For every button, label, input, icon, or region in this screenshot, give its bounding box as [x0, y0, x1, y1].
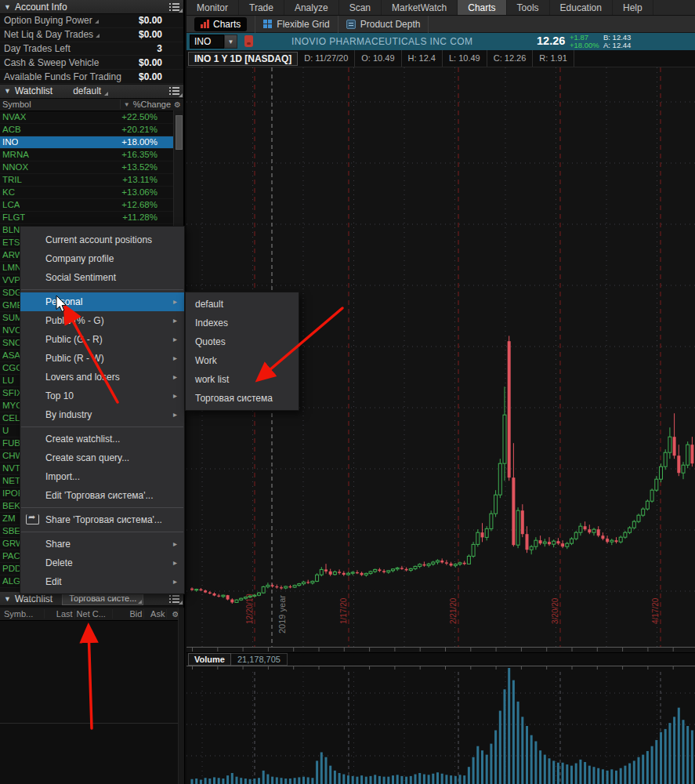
watchlist-bottom-columns[interactable]: Symb...LastNet C...BidAsk⚙	[0, 608, 183, 621]
volume-header: Volume 21,178,705	[186, 652, 695, 666]
menu-item-create-watchlist-[interactable]: Create watchlist...	[20, 430, 184, 448]
watchlist-row[interactable]: INO+18.00%	[0, 136, 183, 149]
watchlist-symbol: FLGT	[2, 212, 25, 222]
menu-tab-scan[interactable]: Scan	[339, 0, 382, 15]
column-bid[interactable]: Bid	[113, 609, 145, 619]
toolbar-tab-charts[interactable]: Charts	[186, 16, 255, 33]
svg-text:2/21/20: 2/21/20	[449, 597, 458, 624]
menu-tab-education[interactable]: Education	[550, 0, 613, 15]
toolbar-tab-product-depth[interactable]: Product Depth	[338, 16, 429, 33]
account-info-header[interactable]: ▼ Account Info	[0, 0, 183, 14]
watchlist-symbol: LU	[2, 376, 14, 385]
watchlist-change: +11.28%	[122, 212, 157, 222]
account-info-title: Account Info	[15, 2, 67, 13]
submenu-item-work-list[interactable]: work list	[186, 370, 299, 389]
column-ask[interactable]: Ask	[144, 609, 167, 619]
menu-separator	[21, 289, 183, 290]
menu-item-company-profile[interactable]: Company profile	[20, 249, 184, 268]
watchlist-symbol: U	[2, 426, 9, 435]
watchlist-symbol: ZM	[2, 514, 16, 523]
menu-item-edit[interactable]: Edit▸	[20, 572, 184, 591]
symbol-alert-icon[interactable]	[244, 35, 253, 47]
watchlist-bottom-scrollbar[interactable]	[178, 608, 184, 784]
menu-item-delete[interactable]: Delete▸	[20, 554, 184, 572]
account-row[interactable]: Day Trades Left3	[0, 42, 183, 56]
symbol-dropdown-button[interactable]: ▼	[224, 34, 237, 49]
menu-tab-marketwatch[interactable]: MarketWatch	[382, 0, 458, 15]
column-last[interactable]: Last	[45, 609, 75, 619]
account-row-value: $0.00	[139, 15, 162, 26]
menu-item-edit-торговая-система-[interactable]: Edit 'Торговая система'...	[20, 486, 184, 505]
menu-item-personal[interactable]: Personal▸	[20, 292, 184, 311]
account-row-label: Day Trades Left	[4, 43, 71, 54]
volume-chart[interactable]	[186, 666, 695, 784]
symbol-input[interactable]: INO	[190, 34, 224, 49]
scrollbar-thumb[interactable]	[176, 115, 183, 150]
watchlist-row[interactable]: ACB+20.21%	[0, 124, 183, 136]
column-pct-change[interactable]: %Change	[133, 100, 171, 109]
menu-item-lovers-and-losers[interactable]: Lovers and losers▸	[20, 368, 184, 387]
sort-down-icon[interactable]: ▼	[124, 101, 130, 108]
volume-chart-area[interactable]	[186, 666, 695, 784]
menu-item-create-scan-query-[interactable]: Create scan query...	[20, 448, 184, 467]
watchlist-row[interactable]: FLGT+11.28%	[0, 212, 183, 224]
ohlc-field: D: 11/27/20	[298, 50, 355, 67]
ohlc-field: O: 10.49	[355, 50, 401, 67]
menu-item-current-account-positions[interactable]: Current account positions	[20, 230, 184, 249]
volume-label[interactable]: Volume	[188, 653, 231, 666]
menu-item-share-торговая-система-[interactable]: Share 'Торговая система'...	[20, 510, 184, 529]
submenu-arrow-icon: ▸	[173, 387, 177, 405]
watchlist-bottom-title: Watchlist	[15, 593, 52, 604]
submenu-item-торговая-система[interactable]: Торговая система	[186, 389, 299, 408]
menu-item-share[interactable]: Share▸	[20, 535, 184, 554]
gear-icon[interactable]: ⚙	[174, 100, 181, 109]
account-row[interactable]: Cash & Sweep Vehicle$0.00	[0, 56, 183, 70]
watchlist-row[interactable]: LCA+12.68%	[0, 199, 183, 212]
chart-title-badge[interactable]: INO 1 Y 1D [NASDAQ]	[188, 52, 298, 66]
ask-value: A: 12.44	[603, 42, 631, 49]
menu-tab-charts[interactable]: Charts	[458, 0, 506, 15]
share-icon	[26, 514, 39, 524]
watchlist-symbol: KC	[2, 187, 15, 197]
column-netc[interactable]: Net C...	[75, 609, 113, 619]
menu-item-import-[interactable]: Import...	[20, 467, 184, 486]
column-symbol[interactable]: Symbol	[2, 100, 121, 109]
menu-item-public-g-[interactable]: Public (% - G)▸	[20, 311, 184, 330]
submenu-item-default[interactable]: default	[186, 295, 299, 314]
submenu-item-quotes[interactable]: Quotes	[186, 332, 299, 351]
watchlist-selector[interactable]: default	[73, 85, 109, 96]
menu-tab-help[interactable]: Help	[613, 0, 653, 15]
menu-tab-tools[interactable]: Tools	[507, 0, 550, 15]
watchlist-row[interactable]: TRIL+13.11%	[0, 174, 183, 187]
submenu-arrow-icon: ▸	[173, 368, 177, 387]
watchlist-row[interactable]: MRNA+16.35%	[0, 149, 183, 162]
watchlist-row[interactable]: NNOX+13.52%	[0, 162, 183, 174]
watchlist-row[interactable]: KC+13.06%	[0, 187, 183, 199]
corner-fold-icon	[179, 601, 183, 604]
submenu-item-indexes[interactable]: Indexes	[186, 314, 299, 332]
watchlist-symbol: ACB	[2, 125, 21, 134]
menu-item-top-10[interactable]: Top 10▸	[20, 387, 184, 405]
watchlist-top-header[interactable]: ▼ Watchlist default	[0, 85, 183, 99]
ohlc-bar: INO 1 Y 1D [NASDAQ] D: 11/27/20O: 10.49H…	[186, 50, 695, 67]
menu-tab-monitor[interactable]: Monitor	[186, 0, 239, 15]
account-row[interactable]: Available Funds For Trading$0.00	[0, 70, 183, 84]
menu-tab-trade[interactable]: Trade	[239, 0, 284, 15]
toolbar-tab-flexible-grid[interactable]: Flexible Grid	[255, 16, 338, 33]
column-symb[interactable]: Symb...	[2, 609, 45, 619]
menu-item-public-g-r-[interactable]: Public (G - R)▸	[20, 330, 184, 349]
account-row[interactable]: Option Buying Power$0.00	[0, 14, 183, 28]
menu-item-public-r-w-[interactable]: Public (R - W)▸	[20, 349, 184, 368]
watchlist-change: +12.68%	[121, 200, 157, 209]
ohlc-field: L: 10.49	[443, 50, 487, 67]
menu-item-by-industry[interactable]: By industry▸	[20, 405, 184, 424]
chevron-down-icon: ▼	[4, 87, 11, 95]
account-row[interactable]: Net Liq & Day Trades$0.00	[0, 28, 183, 42]
watchlist-change: +13.11%	[122, 175, 157, 184]
watchlist-row[interactable]: NVAX+22.50%	[0, 111, 183, 124]
watchlist-column-header[interactable]: Symbol ▼ %Change ⚙	[0, 99, 183, 111]
watchlist-symbol: LCA	[2, 200, 20, 209]
menu-tab-analyze[interactable]: Analyze	[284, 0, 339, 15]
submenu-item-work[interactable]: Work	[186, 351, 299, 370]
menu-item-social-sentiment[interactable]: Social Sentiment	[20, 268, 184, 287]
